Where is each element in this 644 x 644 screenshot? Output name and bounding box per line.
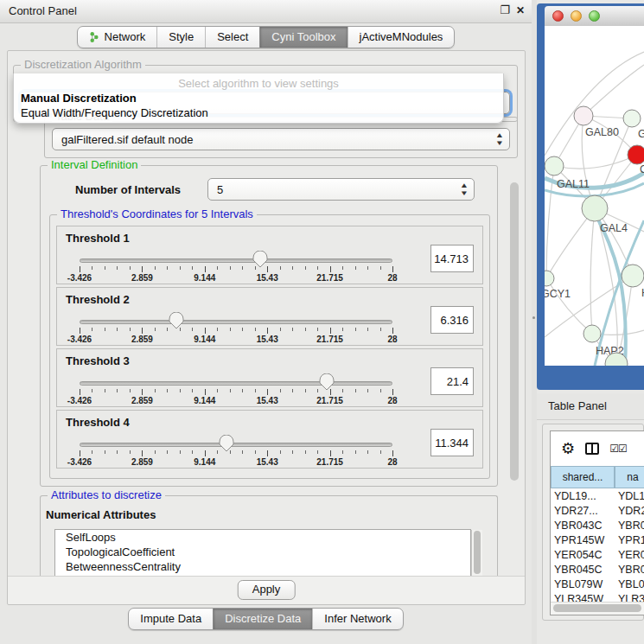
zoom-traffic-light-icon[interactable] [589, 10, 600, 22]
dropdown-option-equal-width[interactable]: Equal Width/Frequency Discretization [21, 106, 208, 119]
tick-mark [142, 266, 143, 272]
tick-mark [292, 389, 293, 392]
cell-shared-name: YBL079W [551, 578, 615, 590]
table-hscrollbar[interactable] [551, 602, 644, 615]
tab-select[interactable]: Select [205, 27, 259, 48]
tab-cyni-toolbox[interactable]: Cyni Toolbox [259, 27, 347, 48]
tick-mark [167, 450, 168, 454]
list-item[interactable]: TopologicalCoefficient [55, 545, 470, 559]
slider-track[interactable] [80, 258, 392, 263]
network-edge[interactable] [583, 65, 644, 116]
tick-mark [142, 450, 143, 456]
table-row[interactable]: YDL19...YDL1 [551, 488, 644, 503]
axis-label: 28 [387, 335, 397, 344]
list-item[interactable]: SelfLoops [55, 530, 470, 545]
attributes-group: Attributes to discretize Numerical Attri… [40, 495, 498, 578]
content-scrollbar-thumb[interactable] [510, 182, 519, 481]
network-edge[interactable] [590, 208, 595, 334]
tab-jactivemnodules[interactable]: jActiveMNodules [348, 27, 455, 48]
table-row[interactable]: YPR145WYPR1 [551, 532, 644, 547]
column-header-shared[interactable]: shared... [551, 466, 615, 488]
table-row[interactable]: YDR27...YDR2 [551, 503, 644, 518]
network-node[interactable] [582, 195, 608, 221]
slider-track[interactable] [80, 320, 392, 324]
threshold-slider[interactable]: -3.4262.8599.14415.4321.71528 [80, 226, 392, 285]
column-header-name[interactable]: na [615, 466, 644, 488]
network-edge[interactable] [554, 155, 637, 169]
tick-mark [105, 266, 105, 270]
axis-label: 2.859 [131, 273, 153, 283]
tab-style[interactable]: Style [156, 27, 205, 48]
threshold-panel: Threshold 1-3.4262.8599.14415.4321.71528… [56, 226, 483, 284]
threshold-slider[interactable]: -3.4262.8599.14415.4321.71528 [80, 411, 392, 469]
select-columns-icon[interactable]: ☑☑ [609, 443, 627, 455]
table-row[interactable]: YER054CYER0 [551, 547, 644, 562]
network-node[interactable] [623, 110, 641, 127]
axis-label: 9.144 [194, 396, 215, 405]
table-row[interactable]: YBR045CYBR0 [551, 562, 644, 577]
group-title: Threshold's Coordinates for 5 Intervals [57, 207, 257, 220]
slider-track[interactable] [80, 381, 392, 386]
network-node[interactable] [583, 325, 601, 342]
axis-label: 9.144 [194, 335, 215, 344]
threshold-slider[interactable]: -3.4262.8599.14415.4321.71528 [80, 349, 392, 408]
table-rows: YDL19...YDL1YDR27...YDR2YBR043CYBR0YPR14… [551, 488, 644, 603]
network-canvas[interactable]: GAL80GACGAL11GAL4GCY1HHAP2 [545, 26, 644, 366]
threshold-value-field[interactable]: 6.316 [430, 306, 474, 334]
network-node[interactable] [574, 106, 593, 125]
control-panel-titlebar: Control Panel ❐ ✕ [0, 0, 532, 23]
tick-mark [92, 266, 92, 270]
slider-track[interactable] [80, 443, 392, 447]
tick-mark [355, 450, 356, 454]
network-node[interactable] [545, 271, 554, 286]
threshold-value-field[interactable]: 21.4 [430, 367, 474, 395]
tick-mark [117, 328, 118, 331]
num-intervals-combobox[interactable]: 5 ▲▼ [207, 178, 475, 201]
table-row[interactable]: YBL079WYBL0 [551, 577, 644, 591]
list-item[interactable]: BetweennessCentrality [55, 559, 470, 574]
axis-label: 2.859 [131, 457, 153, 467]
gear-icon[interactable]: ⚙ [561, 441, 575, 456]
tick-mark [305, 450, 306, 454]
tick-mark [155, 328, 156, 331]
threshold-value-field[interactable]: 14.713 [430, 245, 474, 272]
tick-mark [242, 328, 243, 331]
slider-thumb-icon[interactable] [169, 312, 184, 329]
apply-button[interactable]: Apply [238, 580, 296, 600]
slider-thumb-icon[interactable] [219, 435, 234, 452]
minimize-traffic-light-icon[interactable] [571, 10, 582, 22]
network-node[interactable] [545, 156, 564, 175]
tab-infer-network[interactable]: Infer Network [312, 609, 402, 629]
axis-label: 15.43 [257, 335, 278, 344]
network-edge-highlighted[interactable] [595, 220, 644, 366]
threshold-value-field[interactable]: 11.344 [430, 429, 474, 456]
slider-thumb-icon[interactable] [252, 251, 268, 268]
tick-mark [205, 328, 206, 334]
numerical-attributes-list[interactable]: SelfLoopsTopologicalCoefficientBetweenne… [54, 529, 471, 577]
threshold-panel: Threshold 2-3.4262.8599.14415.4321.71528… [56, 287, 483, 346]
tick-mark [305, 389, 306, 392]
close-icon[interactable]: ✕ [516, 3, 525, 17]
tick-mark [255, 328, 256, 331]
network-edge[interactable] [546, 278, 592, 334]
threshold-slider[interactable]: -3.4262.8599.14415.4321.71528 [80, 288, 392, 347]
network-edge[interactable] [545, 52, 644, 156]
close-traffic-light-icon[interactable] [552, 10, 564, 22]
table-data-combobox[interactable]: galFiltered.sif default node ▲▼ [52, 128, 510, 150]
attributes-list-scrollbar[interactable] [471, 530, 482, 577]
network-node[interactable] [622, 265, 644, 287]
tick-mark [317, 450, 318, 454]
network-window-titlebar[interactable] [545, 6, 644, 27]
table-row[interactable]: YBR043CYBR0 [551, 518, 644, 532]
tab-discretize-data[interactable]: Discretize Data [213, 609, 312, 629]
network-node[interactable] [628, 145, 644, 164]
tick-mark [105, 450, 105, 454]
tab-network[interactable]: Network [78, 27, 157, 48]
split-panel-icon[interactable] [585, 443, 599, 455]
axis-label: 21.715 [316, 457, 343, 467]
node-label: GCY1 [545, 288, 571, 300]
slider-thumb-icon[interactable] [319, 373, 335, 391]
tab-impute-data[interactable]: Impute Data [129, 609, 213, 629]
dropdown-option-manual[interactable]: Manual Discretization [21, 92, 137, 105]
float-window-icon[interactable]: ❐ [500, 3, 510, 17]
